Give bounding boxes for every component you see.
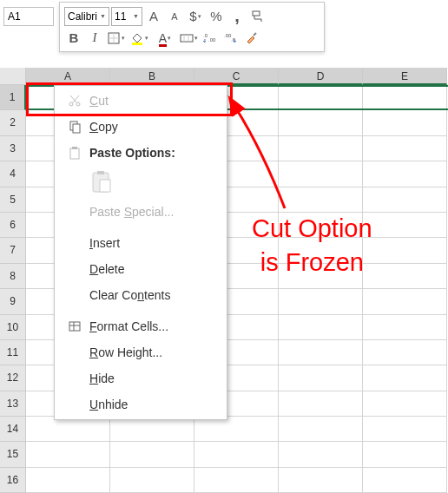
name-box[interactable]: A1: [3, 7, 54, 26]
row-header[interactable]: 2: [0, 110, 26, 135]
caret-icon: ▼: [133, 13, 139, 19]
row-header[interactable]: 10: [0, 315, 26, 340]
cell[interactable]: [363, 365, 447, 391]
row-header[interactable]: 1: [0, 85, 26, 110]
caret-icon: ▾: [194, 35, 198, 42]
cell[interactable]: [279, 442, 363, 467]
row-header[interactable]: 15: [0, 442, 26, 467]
row-header[interactable]: 3: [0, 136, 26, 161]
cell[interactable]: [279, 136, 363, 161]
row-header[interactable]: 12: [0, 365, 26, 391]
clear-format-button[interactable]: [241, 29, 260, 48]
menu-format-cells-label: Format Cells...: [89, 319, 168, 333]
row-header[interactable]: 4: [0, 161, 26, 187]
svg-rect-0: [253, 11, 260, 16]
menu-paste-special-label: Paste Special...: [89, 205, 174, 219]
font-name-dropdown[interactable]: Calibri ▼: [64, 7, 109, 26]
cell[interactable]: [363, 442, 447, 467]
cell[interactable]: [279, 417, 363, 442]
cell[interactable]: [194, 442, 279, 467]
menu-unhide[interactable]: Unhide: [55, 391, 227, 417]
menu-delete[interactable]: Delete: [55, 256, 227, 282]
menu-format-cells[interactable]: Format Cells...: [55, 313, 227, 339]
cell[interactable]: [279, 315, 363, 340]
menu-copy[interactable]: Copy: [55, 114, 227, 140]
select-all-corner[interactable]: [0, 68, 26, 85]
merge-button[interactable]: ▾: [179, 29, 198, 48]
col-header-b[interactable]: B: [110, 68, 194, 85]
cell[interactable]: [279, 468, 363, 493]
font-color-button[interactable]: A▾: [153, 29, 177, 48]
svg-rect-4: [132, 43, 142, 45]
col-header-a[interactable]: A: [26, 68, 110, 85]
cell[interactable]: [363, 340, 447, 365]
cell[interactable]: [363, 264, 447, 289]
row-header[interactable]: 9: [0, 289, 26, 314]
row-header[interactable]: 14: [0, 417, 26, 442]
cell[interactable]: [26, 442, 110, 467]
cell[interactable]: [110, 417, 194, 442]
row-header[interactable]: 16: [0, 468, 26, 493]
svg-point-13: [69, 102, 73, 106]
cell[interactable]: [279, 161, 363, 187]
cell[interactable]: [110, 468, 194, 493]
cell[interactable]: [279, 187, 363, 213]
cell[interactable]: [279, 391, 363, 417]
cell[interactable]: [363, 136, 447, 161]
cell[interactable]: [363, 110, 447, 135]
cell[interactable]: [26, 417, 110, 442]
row-header[interactable]: 11: [0, 340, 26, 365]
menu-hide[interactable]: Hide: [55, 365, 227, 391]
format-painter-button[interactable]: [248, 7, 267, 26]
currency-button[interactable]: $▾: [186, 7, 205, 26]
cell[interactable]: [194, 468, 279, 493]
decrease-font-button[interactable]: A: [165, 7, 184, 26]
row-header[interactable]: 13: [0, 391, 26, 417]
cell[interactable]: [363, 468, 447, 493]
cell[interactable]: [279, 365, 363, 391]
scissors-icon: [63, 92, 86, 109]
menu-row-height[interactable]: Row Height...: [55, 339, 227, 365]
row-header[interactable]: 8: [0, 264, 26, 289]
svg-line-12: [254, 33, 256, 36]
cell[interactable]: [363, 315, 447, 340]
cell[interactable]: [279, 110, 363, 135]
merge-icon: [180, 31, 194, 45]
increase-decimal-button[interactable]: .0.00: [200, 29, 219, 48]
format-painter-icon: [251, 10, 265, 23]
row-header[interactable]: 5: [0, 187, 26, 213]
fill-color-button[interactable]: ▾: [127, 29, 151, 48]
percent-button[interactable]: %: [207, 7, 226, 26]
increase-font-button[interactable]: A: [144, 7, 163, 26]
menu-clear-contents[interactable]: Clear Contents: [55, 282, 227, 308]
bold-button[interactable]: B: [64, 29, 83, 48]
menu-insert[interactable]: Insert: [55, 230, 227, 256]
svg-rect-23: [100, 180, 110, 192]
italic-button[interactable]: I: [85, 29, 104, 48]
cell[interactable]: [363, 289, 447, 314]
cell[interactable]: [363, 238, 447, 263]
row-header[interactable]: 6: [0, 213, 26, 238]
annotation-text: Cut Option is Frozen: [252, 212, 372, 279]
cell[interactable]: [363, 85, 447, 110]
cell[interactable]: [363, 213, 447, 238]
font-size-dropdown[interactable]: 11 ▼: [111, 7, 142, 26]
cell[interactable]: [279, 85, 363, 110]
cell[interactable]: [26, 468, 110, 493]
col-header-d[interactable]: D: [279, 68, 363, 85]
col-header-e[interactable]: E: [363, 68, 447, 85]
comma-button[interactable]: ,: [227, 7, 247, 26]
cell[interactable]: [363, 417, 447, 442]
cell[interactable]: [110, 442, 194, 467]
cell[interactable]: [363, 161, 447, 187]
row-header[interactable]: 7: [0, 238, 26, 263]
cell[interactable]: [363, 187, 447, 213]
cell[interactable]: [363, 391, 447, 417]
borders-button[interactable]: ▾: [106, 29, 125, 48]
cell[interactable]: [194, 417, 279, 442]
decrease-decimal-button[interactable]: .00.0: [221, 29, 240, 48]
cell[interactable]: [279, 340, 363, 365]
col-header-c[interactable]: C: [194, 68, 279, 85]
cell[interactable]: [279, 289, 363, 314]
format-cells-icon: [63, 318, 86, 335]
